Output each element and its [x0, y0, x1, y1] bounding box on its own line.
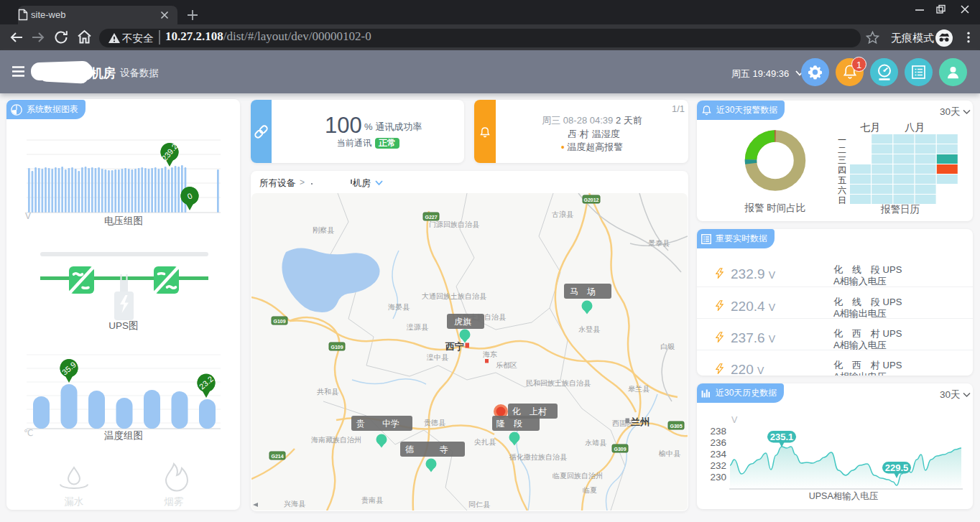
svg-text:电压组图: 电压组图	[104, 215, 143, 226]
svg-text:烟雾: 烟雾	[164, 496, 184, 507]
svg-text:贵 中学: 贵 中学	[356, 419, 399, 429]
svg-text:兰州: 兰州	[630, 416, 650, 427]
svg-text:古浪县: 古浪县	[552, 210, 574, 218]
svg-text:G227: G227	[425, 215, 437, 220]
svg-text:230: 230	[710, 472, 726, 483]
svg-text:一: 一	[838, 135, 846, 145]
svg-text:西宁: 西宁	[445, 341, 464, 352]
svg-text:湟中县: 湟中县	[426, 353, 449, 361]
svg-text:G214: G214	[271, 454, 283, 459]
svg-text:海南藏族自治州: 海南藏族自治州	[311, 436, 361, 444]
svg-text:四: 四	[838, 165, 846, 175]
svg-text:日: 日	[838, 195, 846, 205]
svg-text:报警日历: 报警日历	[880, 204, 920, 215]
svg-text:德 寺: 德 寺	[405, 444, 448, 455]
svg-text:贵南县: 贵南县	[361, 496, 384, 504]
svg-text:门源回族自治县: 门源回族自治县	[429, 220, 480, 228]
svg-text:景泰县: 景泰县	[648, 239, 670, 247]
svg-text:乐都区: 乐都区	[496, 361, 517, 369]
svg-text:临夏: 临夏	[583, 486, 597, 494]
svg-text:报警 时间占比: 报警 时间占比	[744, 202, 806, 213]
svg-text:化 上村: 化 上村	[512, 406, 547, 416]
svg-text:三: 三	[838, 155, 846, 165]
svg-text:G305: G305	[670, 424, 682, 429]
svg-text:马 场: 马 场	[570, 286, 596, 297]
svg-text:皋兰县: 皋兰县	[628, 385, 650, 393]
svg-text:六: 六	[838, 185, 846, 195]
svg-text:236: 236	[710, 437, 726, 448]
svg-text:白银: 白银	[660, 342, 675, 350]
svg-text:232: 232	[710, 460, 726, 471]
svg-text:温度组图: 温度组图	[104, 430, 143, 441]
svg-text:七月: 七月	[860, 121, 880, 133]
svg-text:湟源县: 湟源县	[406, 323, 429, 331]
svg-text:五: 五	[838, 175, 846, 185]
svg-text:同仁县: 同仁县	[468, 500, 491, 508]
svg-text:UPSA相输入电压: UPSA相输入电压	[809, 491, 879, 501]
svg-text:G109: G109	[330, 345, 343, 350]
svg-text:229.5: 229.5	[885, 462, 909, 473]
svg-text:隆 段: 隆 段	[496, 419, 522, 429]
svg-text:八月: 八月	[905, 121, 925, 133]
svg-text:共和县: 共和县	[317, 388, 339, 396]
svg-text:二: 二	[838, 145, 846, 155]
svg-text:民和回族土族自治县: 民和回族土族自治县	[526, 379, 591, 387]
svg-text:G109: G109	[273, 319, 285, 324]
svg-text:大通回族土族自治县: 大通回族土族自治县	[422, 292, 487, 300]
svg-text:刚察县: 刚察县	[313, 226, 335, 234]
svg-text:永登县: 永登县	[578, 325, 601, 333]
svg-text:兴海县: 兴海县	[284, 500, 306, 508]
svg-text:G309: G309	[614, 447, 626, 452]
svg-text:虎旗: 虎旗	[454, 317, 471, 327]
svg-text:榆中县: 榆中县	[658, 449, 681, 457]
svg-text:V: V	[25, 211, 31, 221]
svg-text:海东: 海东	[483, 350, 497, 358]
svg-text:永靖县: 永靖县	[585, 439, 607, 447]
svg-text:循化撒拉族自治县: 循化撒拉族自治县	[509, 453, 568, 461]
svg-text:UPS图: UPS图	[108, 320, 138, 331]
svg-text:贵德县: 贵德县	[424, 419, 446, 427]
svg-text:尖扎县: 尖扎县	[474, 438, 496, 446]
svg-text:238: 238	[710, 426, 726, 437]
svg-text:漏水: 漏水	[65, 496, 84, 507]
svg-text:234: 234	[710, 449, 726, 460]
svg-text:235.1: 235.1	[770, 432, 794, 442]
svg-text:℃: ℃	[24, 428, 33, 438]
svg-text:G2012: G2012	[583, 197, 598, 202]
svg-text:临夏回族自治州: 临夏回族自治州	[553, 472, 603, 480]
svg-text:V: V	[731, 415, 738, 425]
svg-text:海晏县: 海晏县	[388, 303, 410, 311]
